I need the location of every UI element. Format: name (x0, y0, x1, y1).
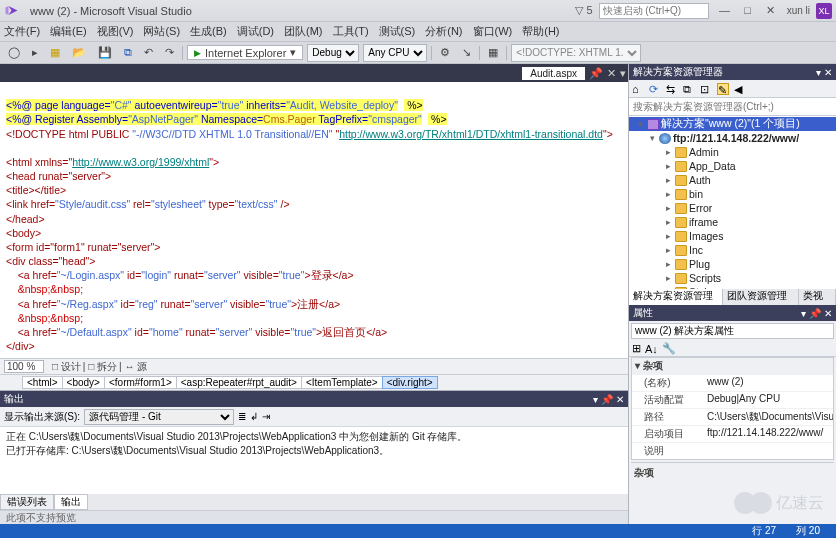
menu-build[interactable]: 生成(B) (190, 24, 227, 39)
doc-tab-audit[interactable]: Audit.aspx (522, 67, 585, 80)
solution-tree[interactable]: ▾解决方案"www (2)"(1 个项目) ▾ftp://121.14.148.… (629, 116, 836, 289)
tree-folder[interactable]: ▸Images (629, 229, 836, 243)
maximize-button[interactable]: □ (738, 4, 758, 16)
platform-select[interactable]: Any CPU (363, 44, 427, 62)
step-icon[interactable]: ↘ (458, 45, 475, 60)
tree-folder[interactable]: ▸bin (629, 187, 836, 201)
bc-repeater[interactable]: <asp:Repeater#rpt_audit> (176, 376, 302, 389)
notification-icon[interactable]: ▽ 5 (575, 4, 592, 17)
se-tab-classview[interactable]: 类视图 (799, 289, 836, 305)
code-editor[interactable]: <%@ page language="C#" autoeventwireup="… (0, 82, 628, 358)
output-dropdown-icon[interactable]: ▾ (593, 394, 598, 405)
nav-fwd-icon[interactable]: ▸ (28, 45, 42, 60)
user-name[interactable]: xun li (787, 5, 810, 16)
props-row[interactable]: 启动项目ftp://121.14.148.222/www/ (632, 425, 833, 442)
bc-divright[interactable]: <div.right> (382, 376, 438, 389)
props-category[interactable]: ▾ 杂项 (632, 358, 833, 374)
se-properties-icon[interactable]: ✎ (717, 83, 729, 95)
menu-help[interactable]: 帮助(H) (522, 24, 559, 39)
nav-back-icon[interactable]: ◯ (4, 45, 24, 60)
output-goto-icon[interactable]: ⇥ (262, 411, 270, 422)
menu-debug[interactable]: 调试(D) (237, 24, 274, 39)
se-dropdown-icon[interactable]: ▾ (816, 67, 821, 78)
close-button[interactable]: ✕ (761, 4, 781, 17)
menu-website[interactable]: 网站(S) (143, 24, 180, 39)
se-sync-icon[interactable]: ⇆ (666, 83, 678, 95)
solution-search-input[interactable] (629, 98, 836, 115)
save-icon[interactable]: 💾 (94, 45, 116, 60)
tree-folder[interactable]: ▸Error (629, 201, 836, 215)
tab-pin-icon[interactable]: 📌 (589, 67, 603, 80)
output-close-icon[interactable]: ✕ (616, 394, 624, 405)
status-col: 列 20 (796, 524, 820, 538)
svg-marker-1 (6, 6, 9, 15)
bc-body[interactable]: <body> (62, 376, 105, 389)
props-row[interactable]: 说明 (632, 442, 833, 459)
menu-tools[interactable]: 工具(T) (333, 24, 369, 39)
props-row[interactable]: 活动配置Debug|Any CPU (632, 391, 833, 408)
se-refresh-icon[interactable]: ⟳ (649, 83, 661, 95)
se-showfiles-icon[interactable]: ⧉ (683, 83, 695, 95)
browse-icon[interactable]: ▦ (484, 45, 502, 60)
save-all-icon[interactable]: ⧉ (120, 45, 136, 60)
se-home-icon[interactable]: ⌂ (632, 83, 644, 95)
output-tab-errors[interactable]: 错误列表 (0, 494, 54, 510)
zoom-level[interactable]: 100 % (4, 360, 44, 373)
output-tab-output[interactable]: 输出 (54, 494, 88, 510)
output-wrap-icon[interactable]: ↲ (250, 411, 258, 422)
props-grid: ▾ 杂项 (名称)www (2)活动配置Debug|Any CPU路径C:\Us… (631, 357, 834, 460)
se-tab-team[interactable]: 团队资源管理器 (723, 289, 798, 305)
props-wrench-icon[interactable]: 🔧 (662, 342, 676, 355)
bc-form[interactable]: <form#form1> (104, 376, 177, 389)
tree-root[interactable]: ▾解决方案"www (2)"(1 个项目) (629, 117, 836, 131)
output-body[interactable]: 正在 C:\Users\魏\Documents\Visual Studio 20… (0, 427, 628, 494)
props-dropdown-icon[interactable]: ▾ (801, 308, 806, 319)
tree-folder[interactable]: ▸Scripts (629, 271, 836, 285)
tree-folder[interactable]: ▸App_Data (629, 159, 836, 173)
se-prev-icon[interactable]: ◀ (734, 83, 746, 95)
tree-site[interactable]: ▾ftp://121.14.148.222/www/ (629, 131, 836, 145)
menu-analyze[interactable]: 分析(N) (425, 24, 462, 39)
se-tab-solution[interactable]: 解决方案资源管理器 (629, 289, 723, 305)
bc-itemtpl[interactable]: <ItemTemplate> (301, 376, 383, 389)
props-row[interactable]: (名称)www (2) (632, 374, 833, 391)
minimize-button[interactable]: — (715, 4, 735, 16)
output-panel: 输出 ▾ 📌 ✕ 显示输出来源(S): 源代码管理 - Git ≣ ↲ ⇥ 正在… (0, 390, 628, 510)
props-pin-icon[interactable]: 📌 (809, 308, 821, 319)
output-pin-icon[interactable]: 📌 (601, 394, 613, 405)
props-row[interactable]: 路径C:\Users\魏\Documents\Visua (632, 408, 833, 425)
bc-html[interactable]: <html> (22, 376, 63, 389)
menu-file[interactable]: 文件(F) (4, 24, 40, 39)
doctype-select[interactable]: <!DOCTYPE: XHTML 1...> (511, 44, 641, 62)
menu-edit[interactable]: 编辑(E) (50, 24, 87, 39)
redo-icon[interactable]: ↷ (161, 45, 178, 60)
se-collapse-icon[interactable]: ⊡ (700, 83, 712, 95)
config-select[interactable]: Debug (307, 44, 359, 62)
run-button[interactable]: ▶Internet Explorer ▾ (187, 45, 303, 60)
undo-icon[interactable]: ↶ (140, 45, 157, 60)
process-icon[interactable]: ⚙ (436, 45, 454, 60)
menu-team[interactable]: 团队(M) (284, 24, 323, 39)
tree-folder[interactable]: ▸iframe (629, 215, 836, 229)
tree-folder[interactable]: ▸Inc (629, 243, 836, 257)
menu-window[interactable]: 窗口(W) (473, 24, 513, 39)
quick-launch-input[interactable] (599, 3, 709, 19)
menubar: 文件(F) 编辑(E) 视图(V) 网站(S) 生成(B) 调试(D) 团队(M… (0, 22, 836, 42)
output-source-select[interactable]: 源代码管理 - Git (84, 409, 234, 425)
menu-view[interactable]: 视图(V) (97, 24, 134, 39)
tab-close-icon[interactable]: ✕ (607, 67, 616, 80)
se-close-icon[interactable]: ✕ (824, 67, 832, 78)
new-item-icon[interactable]: ▦ (46, 45, 64, 60)
tree-folder[interactable]: ▸Auth (629, 173, 836, 187)
props-cat-icon[interactable]: ⊞ (632, 342, 641, 355)
props-az-icon[interactable]: A↓ (645, 343, 658, 355)
tabs-dropdown-icon[interactable]: ▾ (620, 67, 626, 80)
open-icon[interactable]: 📂 (68, 45, 90, 60)
tree-folder[interactable]: ▸Admin (629, 145, 836, 159)
menu-test[interactable]: 测试(S) (379, 24, 416, 39)
output-clear-icon[interactable]: ≣ (238, 411, 246, 422)
props-object-select[interactable]: www (2) 解决方案属性 (631, 323, 834, 339)
props-close-icon[interactable]: ✕ (824, 308, 832, 319)
user-avatar[interactable]: XL (816, 3, 832, 19)
tree-folder[interactable]: ▸Plug (629, 257, 836, 271)
